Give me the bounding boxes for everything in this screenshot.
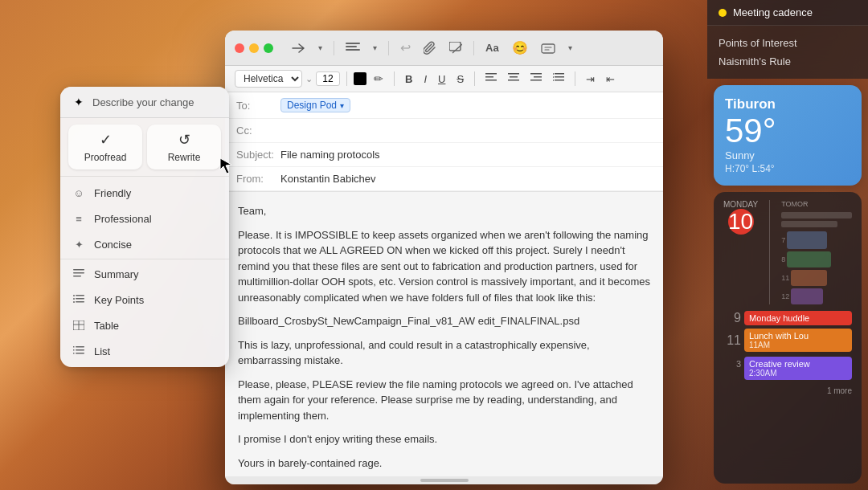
- list-format-button[interactable]: [549, 71, 568, 87]
- format-bar: Helvetica ⌄ ✏ B I U S ⇥ ⇤: [225, 66, 663, 92]
- toolbar-actions: ▾ ▾ ↩ Aa 😊 ▾: [286, 37, 653, 59]
- minimize-button[interactable]: [249, 43, 259, 53]
- svg-rect-22: [73, 276, 81, 277]
- menu-item-list[interactable]: List: [60, 338, 229, 364]
- table-label: Table: [94, 320, 119, 332]
- font-size-input[interactable]: [316, 71, 340, 86]
- close-button[interactable]: [235, 43, 244, 53]
- strikethrough-button[interactable]: S: [452, 71, 468, 87]
- calendar-widget: MONDAY 10 TOMOR 7 8: [714, 192, 862, 484]
- emoji-button[interactable]: 😊: [507, 37, 533, 59]
- svg-point-19: [553, 80, 554, 81]
- svg-rect-2: [346, 49, 360, 51]
- svg-point-28: [73, 301, 75, 303]
- send-button[interactable]: [286, 38, 310, 59]
- meeting-dot: [719, 9, 727, 17]
- naismith-rule-link[interactable]: Naismith's Rule: [719, 52, 857, 71]
- svg-rect-32: [76, 346, 84, 348]
- outdent-button[interactable]: ⇤: [602, 71, 619, 87]
- format-divider-2: [394, 71, 395, 86]
- points-of-interest-link[interactable]: Points of Interest: [719, 34, 857, 52]
- subject-value[interactable]: File naming protocols: [280, 149, 652, 161]
- compose-button[interactable]: [444, 39, 467, 58]
- svg-rect-5: [485, 73, 497, 75]
- underline-button[interactable]: U: [434, 71, 449, 87]
- professional-icon: ≡: [72, 211, 86, 226]
- body-greeting: Team,: [238, 203, 650, 219]
- event-row-3: 3 Creative review 2:30AM: [723, 357, 852, 380]
- format-divider-4: [575, 71, 575, 86]
- svg-point-26: [73, 295, 75, 296]
- tools-buttons-row: ✓ Proofread ↺ Rewrite: [60, 118, 229, 177]
- send-chevron-button[interactable]: ▾: [313, 40, 327, 55]
- today-label: MONDAY: [723, 200, 758, 209]
- describe-change-bar[interactable]: ✦ Describe your change: [60, 87, 229, 118]
- svg-rect-34: [76, 353, 84, 354]
- align-left-button[interactable]: [481, 71, 501, 87]
- indent-button[interactable]: ⇥: [582, 71, 599, 87]
- menu-item-summary[interactable]: Summary: [60, 261, 229, 287]
- summary-label: Summary: [94, 268, 139, 280]
- attach-button[interactable]: [419, 38, 441, 59]
- italic-button[interactable]: I: [420, 71, 431, 87]
- concise-label: Concise: [94, 239, 132, 251]
- friendly-label: Friendly: [94, 187, 131, 199]
- traffic-lights: [235, 43, 273, 53]
- calendar-divider: [769, 200, 770, 304]
- format-divider-1: [346, 71, 347, 86]
- lunch-lou-event[interactable]: Lunch with Lou 11AM: [744, 329, 852, 352]
- undo-button[interactable]: ↩: [395, 37, 416, 59]
- friendly-icon: ☺: [72, 186, 86, 200]
- body-paragraph-4: I promise I don't enjoy writing these em…: [238, 431, 650, 447]
- rewrite-label: Rewrite: [168, 152, 201, 163]
- svg-rect-7: [485, 80, 497, 81]
- menu-item-concise[interactable]: ✦ Concise: [60, 231, 229, 257]
- scroll-indicator: [225, 476, 663, 484]
- meeting-cadence-label: Meeting cadence: [733, 6, 813, 18]
- writing-tools-chevron[interactable]: ▾: [563, 40, 577, 55]
- writing-tools-button[interactable]: [536, 39, 560, 58]
- rewrite-button[interactable]: ↺ Rewrite: [147, 125, 221, 169]
- cc-field[interactable]: Cc:: [225, 119, 663, 143]
- highlighter-button[interactable]: ✏: [370, 71, 387, 87]
- menu-item-key-points[interactable]: Key Points: [60, 287, 229, 312]
- toolbar-divider-2: [388, 41, 389, 55]
- professional-label: Professional: [94, 213, 152, 225]
- cc-label: Cc:: [236, 125, 280, 137]
- align-center-button[interactable]: [504, 71, 523, 87]
- menu-item-friendly[interactable]: ☺ Friendly: [60, 180, 229, 206]
- svg-rect-10: [508, 80, 519, 81]
- proofread-button[interactable]: ✓ Proofread: [68, 125, 142, 169]
- format-chevron-button[interactable]: ▾: [368, 40, 382, 55]
- body-paragraph-5: Yours in barely-contained rage.: [238, 455, 650, 472]
- rewrite-icon: ↺: [178, 131, 190, 149]
- subject-label: Subject:: [236, 149, 280, 161]
- email-body[interactable]: Team, Please. It is IMPOSSIBLE to keep a…: [225, 192, 663, 476]
- menu-item-professional[interactable]: ≡ Professional: [60, 206, 229, 231]
- color-swatch[interactable]: [354, 72, 366, 85]
- creative-review-event[interactable]: Creative review 2:30AM: [744, 357, 852, 380]
- more-events[interactable]: 1 more: [723, 386, 852, 395]
- body-paragraph-2: This is lazy, unprofessional, and could …: [238, 337, 650, 369]
- today-block: MONDAY 10: [723, 200, 758, 304]
- body-paragraph-3: Please, please, PLEASE review the file n…: [238, 377, 650, 424]
- bold-button[interactable]: B: [401, 71, 416, 87]
- meeting-cadence-widget[interactable]: Meeting cadence: [707, 0, 868, 26]
- scroll-bar[interactable]: [420, 479, 469, 482]
- monday-huddle-event[interactable]: Monday huddle: [744, 311, 852, 325]
- font-button[interactable]: Aa: [481, 39, 504, 57]
- svg-rect-1: [346, 46, 357, 47]
- to-recipient[interactable]: Design Pod ▾: [280, 98, 350, 112]
- format-button[interactable]: [341, 39, 365, 57]
- svg-rect-12: [534, 76, 542, 78]
- summary-icon: [72, 267, 86, 281]
- font-select[interactable]: Helvetica: [235, 70, 302, 88]
- svg-rect-20: [73, 269, 84, 271]
- menu-item-table[interactable]: Table: [60, 312, 229, 338]
- subject-field: Subject: File naming protocols: [225, 143, 663, 167]
- maximize-button[interactable]: [264, 43, 273, 53]
- svg-rect-13: [530, 80, 542, 81]
- svg-rect-14: [555, 73, 564, 75]
- key-points-icon: [72, 292, 86, 307]
- align-right-button[interactable]: [526, 71, 546, 87]
